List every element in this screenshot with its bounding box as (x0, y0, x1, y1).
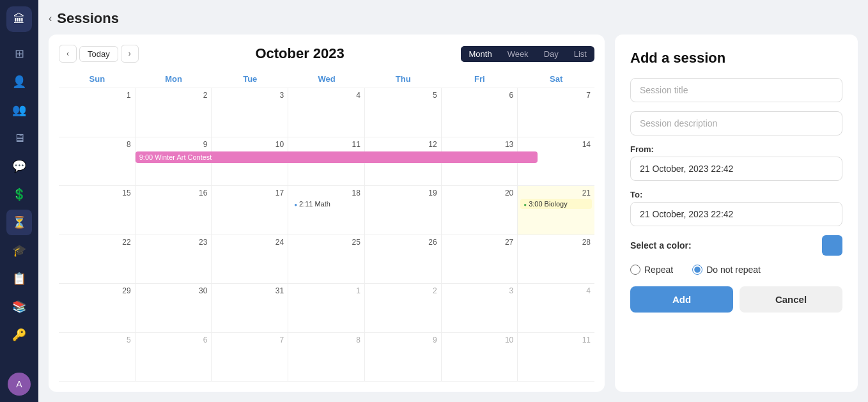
repeat-radio[interactable] (630, 265, 640, 275)
session-title-input[interactable] (630, 78, 842, 102)
add-button[interactable]: Add (630, 286, 733, 313)
prev-month-button[interactable]: ‹ (59, 45, 77, 63)
cal-cell-nov8[interactable]: 8 (288, 333, 365, 382)
day-num: 1 (61, 91, 132, 100)
cal-cell-oct4[interactable]: 4 (288, 88, 365, 137)
color-label: Select a color: (630, 240, 692, 251)
cal-cell-oct16[interactable]: 16 (136, 186, 212, 235)
cal-cell-oct6[interactable]: 6 (442, 88, 518, 137)
sidebar-item-monitor[interactable]: 🖥 (6, 125, 32, 151)
cal-cell-oct21[interactable]: 21 3:00 Biology (518, 186, 594, 235)
cal-cell-oct31[interactable]: 31 (212, 284, 288, 332)
cal-cell-oct7[interactable]: 7 (518, 88, 594, 137)
cal-cell-oct26[interactable]: 26 (365, 235, 442, 284)
cal-cell-oct1[interactable]: 1 (59, 88, 136, 137)
day-num: 20 (444, 189, 515, 197)
today-button[interactable]: Today (79, 46, 118, 62)
dashboard-icon: ⊞ (15, 47, 24, 61)
cal-cell-nov4[interactable]: 4 (518, 284, 594, 332)
cal-cell-nov9[interactable]: 9 (365, 333, 442, 382)
cal-cell-oct15[interactable]: 15 (59, 186, 136, 235)
repeat-label: Repeat (644, 265, 673, 275)
avatar[interactable]: A (8, 373, 31, 396)
sessions-icon: ⏳ (12, 215, 26, 229)
cal-cell-oct18[interactable]: 18 2:11 Math (288, 186, 365, 235)
to-group: To: (630, 190, 842, 226)
session-description-input[interactable] (630, 111, 842, 135)
sidebar-item-dashboard[interactable]: ⊞ (6, 41, 32, 66)
repeat-option[interactable]: Repeat (630, 265, 673, 275)
cal-cell-nov3[interactable]: 3 (442, 284, 518, 332)
event-winter-art[interactable]: 9:00 Winter Art Contest (136, 151, 538, 163)
sidebar-item-group[interactable]: 👥 (6, 97, 32, 123)
cal-cell-oct19[interactable]: 19 (365, 186, 442, 235)
cal-cell-oct22[interactable]: 22 (59, 235, 136, 284)
cal-cell-oct17[interactable]: 17 (212, 186, 288, 235)
view-list-button[interactable]: List (566, 46, 594, 62)
cancel-button[interactable]: Cancel (740, 286, 842, 313)
sidebar-item-books[interactable]: 📚 (6, 294, 32, 320)
chat-icon: 💬 (12, 159, 26, 173)
day-num: 15 (61, 189, 132, 197)
repeat-options: Repeat Do not repeat (630, 265, 842, 275)
view-month-button[interactable]: Month (461, 46, 499, 62)
day-num: 3 (214, 91, 285, 100)
cal-cell-nov6[interactable]: 6 (136, 333, 212, 382)
cal-cell-oct27[interactable]: 27 (442, 235, 518, 284)
sidebar-item-graduate[interactable]: 🎓 (6, 238, 32, 263)
to-input[interactable] (630, 202, 842, 226)
color-row: Select a color: (630, 235, 842, 256)
cal-cell-oct8[interactable]: 8 (59, 137, 136, 186)
day-num: 25 (291, 238, 362, 247)
cal-cell-nov11[interactable]: 11 (518, 333, 594, 382)
col-sat: Sat (518, 70, 594, 88)
cal-cell-oct3[interactable]: 3 (212, 88, 288, 137)
calendar-week-1: 1 2 3 4 5 6 7 (59, 88, 594, 137)
sidebar-item-billing[interactable]: 💲 (6, 182, 32, 207)
cal-cell-oct25[interactable]: 25 (288, 235, 365, 284)
do-not-repeat-option[interactable]: Do not repeat (692, 265, 761, 275)
cal-cell-oct20[interactable]: 20 (442, 186, 518, 235)
day-num: 8 (291, 336, 362, 344)
cal-cell-oct23[interactable]: 23 (136, 235, 212, 284)
day-num: 8 (61, 140, 132, 149)
calendar-grid: Sun Mon Tue Wed Thu Fri Sat 1 2 3 4 (59, 70, 594, 382)
sidebar-item-feedback[interactable]: 📋 (6, 266, 32, 291)
sidebar-logo: 🏛 (6, 6, 32, 32)
cal-cell-nov7[interactable]: 7 (212, 333, 288, 382)
cal-cell-oct30[interactable]: 30 (136, 284, 212, 332)
day-num: 7 (520, 91, 592, 100)
day-num: 5 (368, 91, 438, 100)
color-swatch[interactable] (822, 235, 842, 256)
cal-cell-oct24[interactable]: 24 (212, 235, 288, 284)
next-month-button[interactable]: › (121, 45, 139, 63)
sidebar-item-sessions[interactable]: ⏳ (6, 210, 32, 235)
from-label: From: (630, 144, 842, 154)
cal-cell-nov10[interactable]: 10 (442, 333, 518, 382)
day-num: 24 (214, 238, 285, 247)
day-num: 30 (138, 286, 209, 295)
sidebar-item-users[interactable]: 👤 (6, 69, 32, 95)
cal-cell-oct29[interactable]: 29 (59, 284, 136, 332)
calendar-header-row: Sun Mon Tue Wed Thu Fri Sat (59, 70, 594, 88)
day-num: 22 (61, 238, 132, 247)
cal-cell-oct28[interactable]: 28 (518, 235, 594, 284)
cal-cell-oct5[interactable]: 5 (365, 88, 442, 137)
cal-cell-nov1[interactable]: 1 (288, 284, 365, 332)
sidebar-item-key[interactable]: 🔑 (6, 322, 32, 348)
day-num: 6 (444, 91, 515, 100)
back-button[interactable]: ‹ (49, 13, 52, 24)
from-group: From: (630, 144, 842, 181)
group-icon: 👥 (12, 103, 26, 117)
cal-cell-nov2[interactable]: 2 (365, 284, 442, 332)
cal-cell-oct2[interactable]: 2 (136, 88, 212, 137)
event-biology[interactable]: 3:00 Biology (520, 199, 592, 209)
event-math[interactable]: 2:11 Math (291, 199, 362, 209)
sidebar-item-chat[interactable]: 💬 (6, 153, 32, 179)
view-week-button[interactable]: Week (500, 46, 536, 62)
cal-cell-nov5[interactable]: 5 (59, 333, 136, 382)
cal-cell-oct9[interactable]: 9 9:00 Winter Art Contest (136, 137, 212, 186)
from-input[interactable] (630, 157, 842, 181)
view-day-button[interactable]: Day (536, 46, 566, 62)
do-not-repeat-radio[interactable] (692, 265, 702, 275)
